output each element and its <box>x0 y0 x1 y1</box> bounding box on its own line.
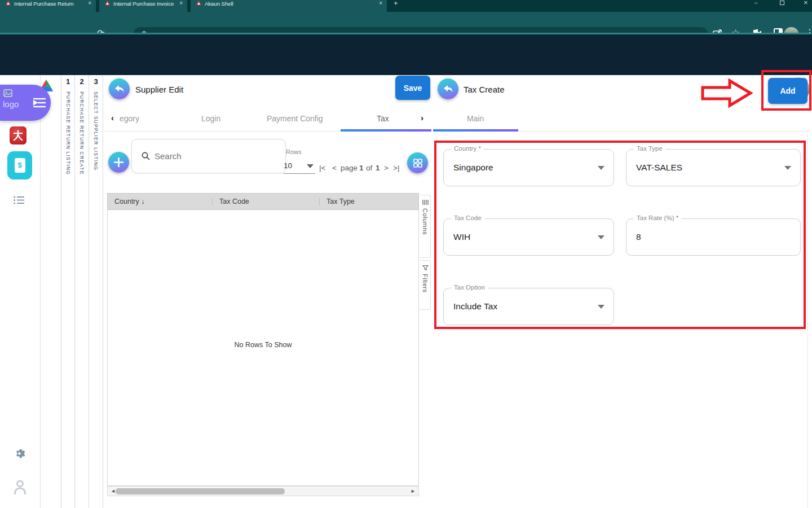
tax-code-label: Tax Code <box>451 214 484 221</box>
tax-rate-value: 8 <box>636 232 641 242</box>
annotation-arrow-icon <box>701 78 753 108</box>
tab-payment-config[interactable]: Payment Config <box>267 114 323 123</box>
window-close-button[interactable]: × <box>804 0 808 6</box>
step-number: 3 <box>89 77 103 86</box>
app-icon-red-da[interactable] <box>10 126 27 144</box>
table-header: Country ↓ Tax Code Tax Type <box>107 193 419 210</box>
rows-label: Rows <box>286 148 302 155</box>
layout-grid-button[interactable] <box>407 152 428 173</box>
column-header-country[interactable]: Country ↓ <box>108 198 212 205</box>
tax-rate-label: Tax Rate (%) * <box>634 214 681 221</box>
step-label: PURCHASE RETURN CREATE <box>79 91 85 175</box>
step-tab-3[interactable]: 3 SELECT SUPPLIER LISTING <box>89 75 103 508</box>
tabs-scroll-left-icon[interactable]: ‹ <box>111 113 114 122</box>
app-icon-invoice[interactable]: $ <box>7 151 32 179</box>
browser-tab-1[interactable]: Internal Purchase Return × <box>0 0 96 12</box>
filters-tool-tab[interactable]: Filters <box>420 260 431 310</box>
list-icon[interactable] <box>14 196 25 204</box>
tabs-scroll-right-icon[interactable]: › <box>421 113 423 122</box>
table-body: No Rows To Show <box>107 210 419 486</box>
columns-tool-tab[interactable]: Columns <box>420 195 431 258</box>
page-of-word: of <box>366 164 372 172</box>
dropdown-caret-icon <box>598 305 604 309</box>
column-header-tax-type[interactable]: Tax Type <box>319 198 415 205</box>
add-row-button[interactable] <box>108 152 129 173</box>
tax-option-label: Tax Option <box>451 284 488 291</box>
page-last-button[interactable]: >| <box>393 164 399 172</box>
window-minimize-button[interactable]: – <box>754 0 758 6</box>
left-panel-title: Supplier Edit <box>135 85 183 94</box>
akaun-favicon <box>196 1 201 6</box>
tab-main-active-underline <box>433 129 518 132</box>
browser-tab-2[interactable]: Internal Purchase Invoice × <box>99 0 187 12</box>
tax-create-back-button[interactable] <box>438 78 458 99</box>
broken-image-icon <box>3 89 12 97</box>
cjk-da-glyph <box>12 129 24 142</box>
tab-main[interactable]: Main <box>467 114 484 123</box>
tab-login[interactable]: Login <box>201 114 220 123</box>
tax-option-value: Include Tax <box>453 301 497 312</box>
step-tab-2[interactable]: 2 PURCHASE RETURN CREATE <box>75 75 89 508</box>
tax-option-select[interactable]: Tax Option Include Tax <box>443 288 614 325</box>
search-icon <box>142 152 150 160</box>
tab-tax[interactable]: Tax <box>377 114 389 123</box>
akaun-favicon <box>105 1 110 6</box>
dropdown-caret-icon <box>598 235 604 239</box>
new-tab-button[interactable]: + <box>394 0 398 7</box>
column-header-tax-code[interactable]: Tax Code <box>212 198 319 205</box>
logo-alt-text: logo <box>3 99 19 109</box>
search-input[interactable]: Search <box>131 139 286 173</box>
horizontal-scrollbar[interactable]: ◄ ► <box>107 486 419 496</box>
right-panel-title: Tax Create <box>464 85 505 94</box>
columns-icon <box>422 199 429 205</box>
page-prev-button[interactable]: < <box>332 164 337 172</box>
user-person-icon[interactable] <box>14 480 27 494</box>
step-number: 2 <box>75 77 89 86</box>
dollar-doc-icon: $ <box>15 158 25 173</box>
page-first-button[interactable]: |< <box>319 164 325 172</box>
columns-tab-label: Columns <box>422 208 429 235</box>
save-button[interactable]: Save <box>395 76 430 100</box>
country-select[interactable]: Country * Singapore <box>443 149 614 186</box>
tax-type-select[interactable]: Tax Type VAT-SALES <box>626 149 801 186</box>
page-total: 1 <box>376 164 380 172</box>
plus-icon <box>114 157 123 167</box>
tab-close-icon[interactable]: × <box>379 1 382 6</box>
page-current: 1 <box>359 164 364 172</box>
step-tab-1[interactable]: 1 PURCHASE RETURN LISTING <box>61 75 75 508</box>
browser-tabbar: Internal Purchase Return × Internal Purc… <box>0 0 812 12</box>
tax-rate-input[interactable]: Tax Rate (%) * 8 <box>626 218 801 256</box>
dropdown-caret-icon <box>598 166 604 170</box>
page-next-button[interactable]: > <box>384 164 389 172</box>
tax-type-label: Tax Type <box>634 145 665 152</box>
rows-caret-icon <box>307 164 314 168</box>
back-arrow-icon <box>443 85 453 93</box>
tab-category[interactable]: egory <box>120 114 139 123</box>
tab-title: Internal Purchase Invoice <box>113 1 176 7</box>
tab-title: Internal Purchase Return <box>14 1 85 7</box>
scroll-left-arrow-icon[interactable]: ◄ <box>111 488 116 494</box>
menu-unfold-icon[interactable] <box>33 97 46 108</box>
grid-icon <box>413 159 422 168</box>
settings-gear-icon[interactable] <box>14 448 25 459</box>
country-value: Singapore <box>453 163 493 173</box>
tenant-logo-pill[interactable]: logo <box>0 85 51 121</box>
tax-code-select[interactable]: Tax Code WIH <box>443 218 614 256</box>
window-maximize-button[interactable] <box>780 1 784 5</box>
filter-funnel-icon <box>422 265 429 271</box>
page-word: page <box>341 164 358 172</box>
akaun-favicon <box>6 1 11 6</box>
supplier-edit-back-button[interactable] <box>109 78 130 99</box>
tab-close-icon[interactable]: × <box>179 1 183 6</box>
step-number: 1 <box>61 77 74 86</box>
empty-table-message: No Rows To Show <box>108 341 418 349</box>
search-placeholder: Search <box>155 151 182 161</box>
add-button[interactable]: Add <box>768 78 807 104</box>
browser-toolbar: ← → ⟳ akaun.cloud/#/applet/tnt/wavelet/e… <box>0 12 812 34</box>
browser-tab-3[interactable]: Akaun Shell × <box>191 0 387 12</box>
tab-close-icon[interactable]: × <box>88 1 91 6</box>
scroll-right-arrow-icon[interactable]: ► <box>411 488 416 494</box>
step-label: SELECT SUPPLIER LISTING <box>93 91 99 170</box>
scrollbar-thumb[interactable] <box>116 488 285 494</box>
tax-code-value: WIH <box>453 232 470 242</box>
